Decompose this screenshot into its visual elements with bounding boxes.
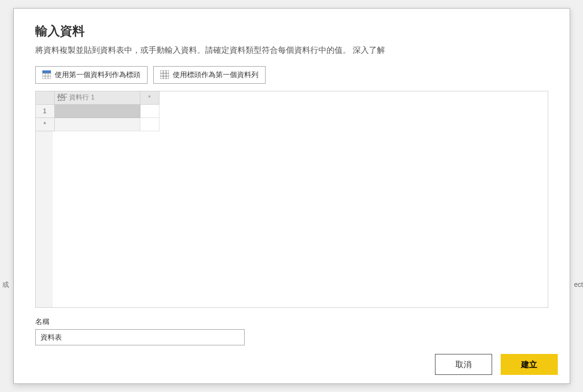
dialog-subtitle: 將資料複製並貼到資料表中，或手動輸入資料。請確定資料類型符合每個資料行中的值。 …: [35, 44, 548, 57]
data-cell-r1-add[interactable]: [140, 105, 159, 118]
column-name: 資料行 1: [69, 93, 95, 102]
add-column-cell[interactable]: *: [140, 91, 159, 105]
column-header-1[interactable]: ABC 123 資料行 1: [55, 91, 140, 105]
svg-rect-5: [160, 70, 169, 79]
use-header-as-first-row-button[interactable]: 使用標頭作為第一個資料列: [153, 66, 266, 84]
data-cell-newrow-add[interactable]: [140, 118, 159, 131]
table-grid-icon: [160, 70, 169, 79]
data-grid[interactable]: ABC 123 資料行 1 * 1 *: [35, 91, 548, 308]
table-header-blue-icon: [42, 70, 51, 79]
svg-rect-0: [42, 70, 51, 73]
dialog-content: 輸入資料 將資料複製並貼到資料表中，或手動輸入資料。請確定資料類型符合每個資料行…: [14, 9, 570, 345]
grid-corner-cell[interactable]: [36, 91, 55, 105]
subtitle-text: 將資料複製並貼到資料表中，或手動輸入資料。請確定資料類型符合每個資料行中的值。: [35, 46, 351, 55]
name-section: 名稱: [35, 317, 548, 345]
name-label: 名稱: [35, 317, 548, 326]
data-cell-r1c1[interactable]: [55, 105, 140, 118]
dialog-title: 輸入資料: [35, 23, 548, 39]
cancel-button[interactable]: 取消: [435, 354, 492, 375]
table-name-input[interactable]: [35, 329, 245, 345]
data-cell-newrow-c1[interactable]: [55, 118, 140, 131]
create-button[interactable]: 建立: [501, 354, 558, 375]
enter-data-dialog: 輸入資料 將資料複製並貼到資料表中，或手動輸入資料。請確定資料類型符合每個資料行…: [13, 8, 570, 384]
background-fragment-right: ect: [574, 281, 583, 288]
dialog-footer: 取消 建立: [14, 345, 570, 383]
row-header-1[interactable]: 1: [36, 105, 55, 118]
grid-empty-area[interactable]: [36, 131, 548, 308]
column-type-icon: ABC 123: [58, 94, 68, 102]
add-row-cell[interactable]: *: [36, 118, 55, 131]
learn-more-link[interactable]: 深入了解: [353, 46, 385, 55]
toolbar: 使用第一個資料列作為標頭 使用標頭作為第一個資料列: [35, 66, 548, 84]
use-first-row-as-header-button[interactable]: 使用第一個資料列作為標頭: [35, 66, 148, 84]
button-label: 使用第一個資料列作為標頭: [55, 70, 140, 79]
background-fragment-left: 或: [2, 281, 9, 289]
button-label: 使用標頭作為第一個資料列: [173, 70, 258, 79]
grid-rows: ABC 123 資料行 1 * 1 *: [36, 91, 548, 131]
